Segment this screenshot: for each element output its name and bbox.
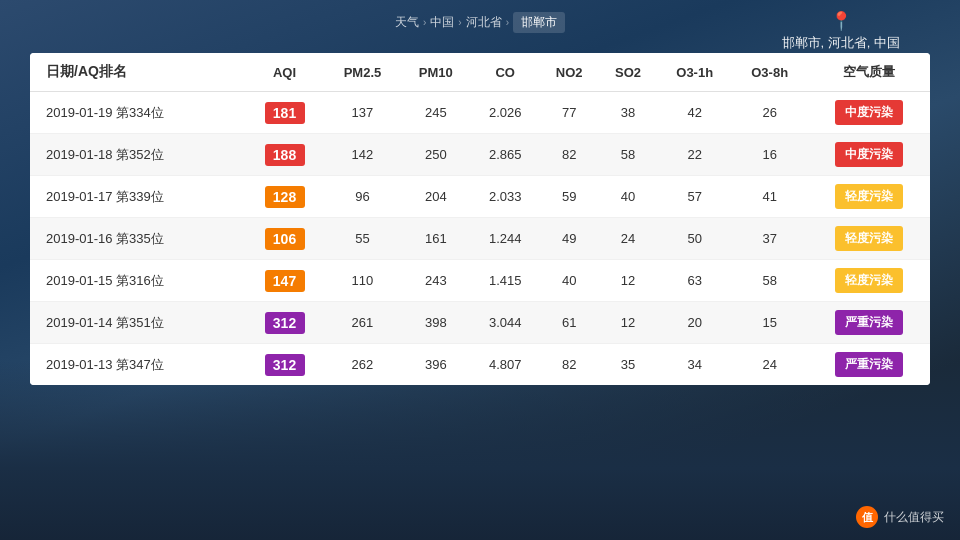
watermark-icon: 值	[856, 506, 878, 528]
breadcrumb-item-weather[interactable]: 天气	[395, 14, 419, 31]
cell-pm10: 250	[401, 134, 472, 176]
cell-so2: 38	[599, 92, 657, 134]
cell-pm25: 261	[324, 302, 400, 344]
cell-date: 2019-01-13 第347位	[30, 344, 245, 386]
table-row: 2019-01-14 第351位 312 261 398 3.044 61 12…	[30, 302, 930, 344]
air-quality-table-container: 日期/AQ排名 AQI PM2.5 PM10 CO NO2 SO2 O3-1h …	[30, 53, 930, 385]
cell-so2: 35	[599, 344, 657, 386]
location-time: 19:07 更新	[782, 54, 900, 69]
col-header-date: 日期/AQ排名	[30, 53, 245, 92]
cell-so2: 40	[599, 176, 657, 218]
breadcrumb-sep-2: ›	[458, 17, 461, 28]
table-body: 2019-01-19 第334位 181 137 245 2.026 77 38…	[30, 92, 930, 386]
cell-quality: 严重污染	[807, 344, 930, 386]
breadcrumb-item-city[interactable]: 邯郸市	[513, 12, 565, 33]
cell-pm25: 142	[324, 134, 400, 176]
cell-o31h: 22	[657, 134, 732, 176]
cell-aqi: 128	[245, 176, 325, 218]
cell-o31h: 42	[657, 92, 732, 134]
table-row: 2019-01-13 第347位 312 262 396 4.807 82 35…	[30, 344, 930, 386]
cell-co: 2.865	[471, 134, 539, 176]
cell-quality: 中度污染	[807, 92, 930, 134]
cell-aqi: 106	[245, 218, 325, 260]
cell-no2: 82	[539, 344, 598, 386]
cell-so2: 58	[599, 134, 657, 176]
cell-date: 2019-01-19 第334位	[30, 92, 245, 134]
cell-o38h: 41	[732, 176, 807, 218]
cell-date: 2019-01-15 第316位	[30, 260, 245, 302]
location-icon: 📍	[782, 10, 900, 32]
cell-pm10: 398	[401, 302, 472, 344]
breadcrumb-sep-1: ›	[423, 17, 426, 28]
cell-co: 1.415	[471, 260, 539, 302]
cell-o38h: 16	[732, 134, 807, 176]
cell-co: 4.807	[471, 344, 539, 386]
col-header-pm25: PM2.5	[324, 53, 400, 92]
cell-no2: 61	[539, 302, 598, 344]
cell-pm25: 110	[324, 260, 400, 302]
cell-quality: 严重污染	[807, 302, 930, 344]
cell-pm25: 55	[324, 218, 400, 260]
cell-o38h: 58	[732, 260, 807, 302]
cell-date: 2019-01-18 第352位	[30, 134, 245, 176]
cell-o31h: 50	[657, 218, 732, 260]
cell-o31h: 57	[657, 176, 732, 218]
cell-quality: 中度污染	[807, 134, 930, 176]
col-header-aqi: AQI	[245, 53, 325, 92]
cell-aqi: 312	[245, 344, 325, 386]
location-name: 邯郸市, 河北省, 中国	[782, 34, 900, 52]
cell-no2: 40	[539, 260, 598, 302]
cell-aqi: 147	[245, 260, 325, 302]
cell-aqi: 181	[245, 92, 325, 134]
cell-o38h: 15	[732, 302, 807, 344]
cell-pm10: 243	[401, 260, 472, 302]
col-header-pm10: PM10	[401, 53, 472, 92]
main-content: 天气 › 中国 › 河北省 › 邯郸市 📍 邯郸市, 河北省, 中国 19:07…	[0, 0, 960, 540]
cell-o31h: 20	[657, 302, 732, 344]
cell-o31h: 34	[657, 344, 732, 386]
cell-aqi: 188	[245, 134, 325, 176]
cell-co: 2.026	[471, 92, 539, 134]
table-row: 2019-01-16 第335位 106 55 161 1.244 49 24 …	[30, 218, 930, 260]
cell-no2: 77	[539, 92, 598, 134]
breadcrumb-sep-3: ›	[506, 17, 509, 28]
cell-o38h: 24	[732, 344, 807, 386]
table-row: 2019-01-19 第334位 181 137 245 2.026 77 38…	[30, 92, 930, 134]
cell-quality: 轻度污染	[807, 176, 930, 218]
breadcrumb-item-province[interactable]: 河北省	[466, 14, 502, 31]
col-header-no2: NO2	[539, 53, 598, 92]
cell-pm25: 137	[324, 92, 400, 134]
cell-pm25: 96	[324, 176, 400, 218]
table-row: 2019-01-17 第339位 128 96 204 2.033 59 40 …	[30, 176, 930, 218]
table-row: 2019-01-18 第352位 188 142 250 2.865 82 58…	[30, 134, 930, 176]
cell-so2: 12	[599, 260, 657, 302]
location-block: 📍 邯郸市, 河北省, 中国 19:07 更新	[782, 10, 900, 69]
col-header-so2: SO2	[599, 53, 657, 92]
watermark-text: 什么值得买	[884, 509, 944, 526]
cell-pm10: 245	[401, 92, 472, 134]
cell-pm10: 204	[401, 176, 472, 218]
breadcrumb-item-china[interactable]: 中国	[430, 14, 454, 31]
cell-o38h: 26	[732, 92, 807, 134]
air-quality-table: 日期/AQ排名 AQI PM2.5 PM10 CO NO2 SO2 O3-1h …	[30, 53, 930, 385]
cell-date: 2019-01-17 第339位	[30, 176, 245, 218]
cell-no2: 49	[539, 218, 598, 260]
col-header-co: CO	[471, 53, 539, 92]
table-row: 2019-01-15 第316位 147 110 243 1.415 40 12…	[30, 260, 930, 302]
cell-pm25: 262	[324, 344, 400, 386]
cell-date: 2019-01-14 第351位	[30, 302, 245, 344]
cell-co: 3.044	[471, 302, 539, 344]
cell-no2: 82	[539, 134, 598, 176]
cell-quality: 轻度污染	[807, 218, 930, 260]
cell-co: 2.033	[471, 176, 539, 218]
cell-so2: 24	[599, 218, 657, 260]
cell-pm10: 161	[401, 218, 472, 260]
cell-no2: 59	[539, 176, 598, 218]
watermark: 值 什么值得买	[856, 506, 944, 528]
cell-pm10: 396	[401, 344, 472, 386]
cell-o38h: 37	[732, 218, 807, 260]
cell-date: 2019-01-16 第335位	[30, 218, 245, 260]
cell-so2: 12	[599, 302, 657, 344]
cell-co: 1.244	[471, 218, 539, 260]
cell-aqi: 312	[245, 302, 325, 344]
